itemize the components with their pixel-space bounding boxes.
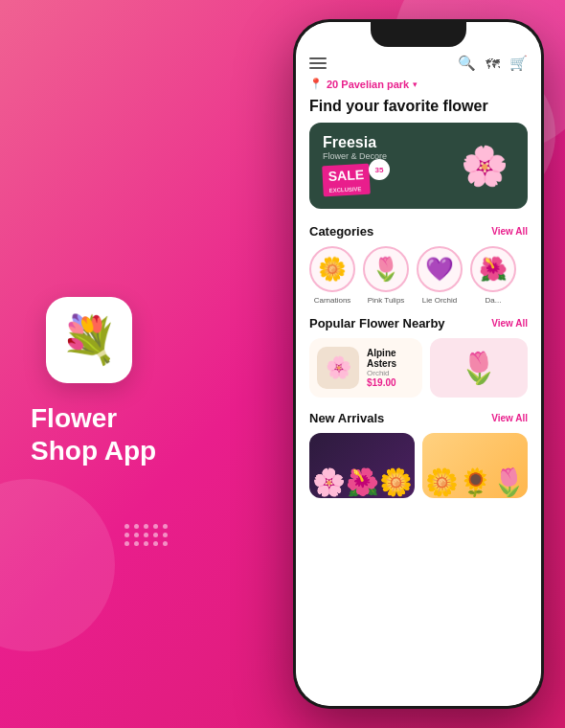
popular-view-all[interactable]: View All bbox=[491, 318, 528, 329]
phone-frame: 🔍 🗺 🛒 📍 20 Pavelian park ▾ Find your fav… bbox=[293, 19, 544, 709]
popular-right-emoji: 🌷 bbox=[460, 350, 498, 386]
alpine-asters-price: $19.00 bbox=[367, 377, 415, 388]
location-text: 20 Pavelian park bbox=[327, 79, 409, 90]
lie-orchid-label: Lie Orchid bbox=[422, 296, 457, 305]
map-icon[interactable]: 🗺 bbox=[486, 56, 500, 72]
promo-banner[interactable]: Freesia Flower & Decore SALE EXCLUSIVE 3… bbox=[309, 123, 528, 209]
da-label: Da... bbox=[486, 296, 502, 305]
categories-list: 🌼 Carnations 🌷 Pink Tulips 💜 Lie Orchid … bbox=[296, 246, 541, 312]
new-arrivals-view-all[interactable]: View All bbox=[491, 413, 528, 423]
app-icon: 💐 bbox=[46, 297, 132, 383]
lie-orchid-circle: 💜 bbox=[417, 246, 463, 292]
app-icon-emoji: 💐 bbox=[60, 313, 118, 367]
categories-view-all[interactable]: View All bbox=[491, 226, 528, 237]
popular-row: 🌸 Alpine Asters Orchid $19.00 🌷 bbox=[296, 338, 541, 407]
da-circle: 🌺 bbox=[470, 246, 516, 292]
top-icons: 🔍 🗺 🛒 bbox=[458, 55, 528, 72]
top-bar: 🔍 🗺 🛒 bbox=[296, 47, 541, 76]
alpine-asters-card[interactable]: 🌸 Alpine Asters Orchid $19.00 bbox=[309, 338, 422, 398]
popular-title: Popular Flower Nearby bbox=[309, 316, 445, 330]
sale-badge: SALE EXCLUSIVE bbox=[322, 164, 371, 197]
popular-header: Popular Flower Nearby View All bbox=[296, 312, 541, 338]
banner-flower-name: Freesia bbox=[323, 134, 428, 151]
hamburger-menu[interactable] bbox=[309, 57, 327, 69]
location-pin-icon: 📍 bbox=[309, 78, 323, 90]
banner-image: 🌸 bbox=[441, 123, 528, 209]
categories-header: Categories View All bbox=[296, 220, 541, 246]
alpine-asters-image: 🌸 bbox=[317, 347, 359, 389]
phone-screen: 🔍 🗺 🛒 📍 20 Pavelian park ▾ Find your fav… bbox=[296, 22, 541, 706]
new-arrivals-row: 🌸🌺🌼 🌼🌻🌷 bbox=[296, 433, 541, 498]
bg-circle-bottom bbox=[0, 479, 115, 651]
phone-notch bbox=[371, 22, 466, 47]
alpine-asters-name: Alpine Asters bbox=[367, 348, 415, 369]
discount-number: 35 bbox=[369, 159, 390, 180]
location-bar[interactable]: 📍 20 Pavelian park ▾ bbox=[296, 76, 541, 96]
category-lie-orchid[interactable]: 💜 Lie Orchid bbox=[417, 246, 463, 305]
arrival-right-flowers: 🌼🌻🌷 bbox=[422, 466, 528, 498]
new-arrivals-header: New Arrivals View All bbox=[296, 407, 541, 433]
pink-tulips-label: Pink Tulips bbox=[368, 296, 405, 305]
pink-tulips-circle: 🌷 bbox=[363, 246, 409, 292]
banner-text-area: Freesia Flower & Decore SALE EXCLUSIVE 3… bbox=[309, 125, 441, 207]
dots-decoration bbox=[124, 524, 169, 546]
phone-inner: 🔍 🗺 🛒 📍 20 Pavelian park ▾ Find your fav… bbox=[296, 22, 541, 706]
arrival-card-right[interactable]: 🌼🌻🌷 bbox=[422, 433, 528, 498]
carnations-label: Carnations bbox=[314, 296, 351, 305]
arrival-left-flowers: 🌸🌺🌼 bbox=[309, 466, 415, 498]
alpine-asters-type: Orchid bbox=[367, 369, 415, 377]
new-arrivals-title: New Arrivals bbox=[309, 411, 384, 425]
category-da[interactable]: 🌺 Da... bbox=[470, 246, 516, 305]
search-icon[interactable]: 🔍 bbox=[458, 55, 476, 72]
app-title: Flower Shop App bbox=[31, 402, 156, 466]
location-chevron-icon: ▾ bbox=[413, 80, 418, 89]
app-title-line1: Flower bbox=[31, 402, 156, 435]
banner-discount-label: EXCLUSIVE bbox=[328, 185, 365, 194]
cart-icon[interactable]: 🛒 bbox=[509, 55, 528, 72]
page-title: Find your favorite flower bbox=[296, 96, 541, 123]
categories-title: Categories bbox=[309, 224, 373, 239]
arrival-card-left[interactable]: 🌸🌺🌼 bbox=[309, 433, 415, 498]
alpine-asters-info: Alpine Asters Orchid $19.00 bbox=[367, 348, 415, 388]
screen-content: 🔍 🗺 🛒 📍 20 Pavelian park ▾ Find your fav… bbox=[296, 47, 541, 706]
carnations-circle: 🌼 bbox=[309, 246, 355, 292]
popular-right-card[interactable]: 🌷 bbox=[430, 338, 528, 398]
category-pink-tulips[interactable]: 🌷 Pink Tulips bbox=[363, 246, 409, 305]
app-title-line2: Shop App bbox=[31, 435, 156, 467]
sale-label: SALE bbox=[328, 166, 364, 187]
category-carnations[interactable]: 🌼 Carnations bbox=[309, 246, 355, 305]
